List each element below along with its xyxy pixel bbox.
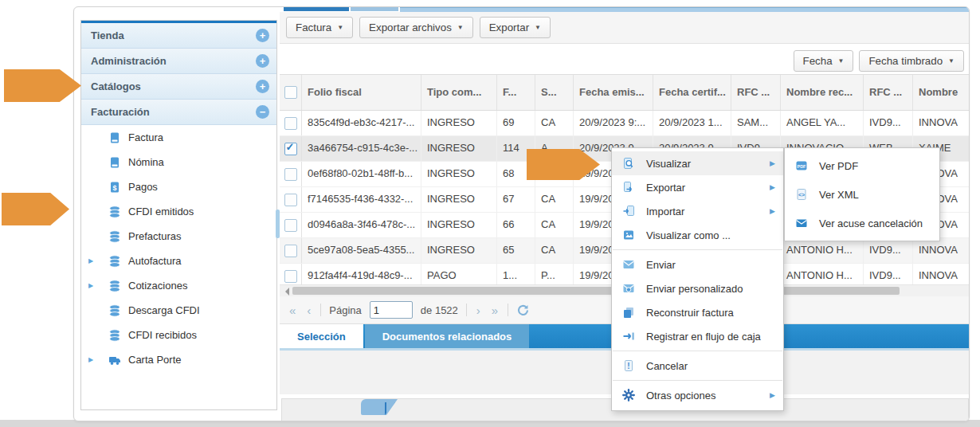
sidebar-item-cotizaciones[interactable]: ▶Cotizaciones <box>81 273 276 298</box>
menu-item-label: Exportar <box>646 182 685 194</box>
table-cell: 835c4f9d-eb3c-4217-... <box>302 111 421 135</box>
scroll-left-icon[interactable] <box>281 288 289 296</box>
sidebar-section-catálogos[interactable]: Catálogos+ <box>81 74 276 100</box>
sidebar-item-cfdi-recibidos[interactable]: CFDI recibidos <box>81 323 276 347</box>
menu-item-visualizar-como[interactable]: Visualizar como ... <box>612 223 783 247</box>
pdf-icon: PDF <box>795 159 808 172</box>
row-checkbox[interactable] <box>284 143 297 155</box>
menu-item-reconstruir-factura[interactable]: Reconstruir factura <box>612 300 783 324</box>
menu-item-label: Ver acuse cancelación <box>819 217 923 229</box>
table-cell: 69 <box>497 111 535 135</box>
row-checkbox[interactable] <box>284 219 297 232</box>
pagination-separator <box>466 304 467 316</box>
sidebar-item-nómina[interactable]: Nómina <box>81 150 276 174</box>
scrollbar-thumb[interactable] <box>292 287 900 295</box>
row-checkbox[interactable] <box>284 270 297 283</box>
sidebar-item-cfdi-emitidos[interactable]: CFDI emitidos <box>81 199 276 224</box>
sidebar-section-label: Tienda <box>91 29 124 41</box>
sidebar-item-label: Pagos <box>128 181 158 193</box>
page-number-input[interactable] <box>370 301 413 319</box>
sidebar-item-descarga-cfdi[interactable]: Descarga CFDI <box>81 298 276 323</box>
chevron-right-icon[interactable]: ▶ <box>88 282 93 289</box>
chevron-right-icon[interactable]: ▶ <box>88 257 93 264</box>
fecha-dropdown-button[interactable]: Fecha▼ <box>794 50 854 72</box>
sidebar-item-carta-porte[interactable]: ▶Carta Porte <box>81 347 276 372</box>
table-cell: INGRESO <box>421 162 497 186</box>
collapse-icon[interactable]: − <box>256 105 269 119</box>
column-header-nombre[interactable]: Nombre <box>913 75 970 110</box>
sidebar-item-prefacturas[interactable]: Prefacturas <box>81 224 276 249</box>
pagination-prev-icon[interactable]: ‹ <box>305 304 312 317</box>
table-cell: CA <box>535 187 574 212</box>
pagination-separator <box>320 304 321 316</box>
tab-documentos-relacionados[interactable]: Documentos relacionados <box>365 324 530 348</box>
sidebar-section-tienda[interactable]: Tienda+ <box>81 23 276 49</box>
database-icon <box>108 255 121 268</box>
sidebar-items: FacturaNómina$PagosCFDI emitidosPrefactu… <box>81 125 276 372</box>
column-header-tipo-com[interactable]: Tipo com... <box>421 75 497 110</box>
database-icon <box>108 230 121 243</box>
sidebar-section-administración[interactable]: Administración+ <box>81 49 276 74</box>
table-cell: d0946a8a-3f46-478c-... <box>302 213 421 237</box>
table-cell: SAM... <box>731 111 781 135</box>
menu-item-registrar-en-flujo-de-caja[interactable]: Registrar en flujo de caja <box>612 324 783 348</box>
chevron-down-icon: ▼ <box>948 57 955 65</box>
menu-item-enviar-personalizado[interactable]: Enviar personalizado <box>612 276 783 300</box>
menu-item-otras-opciones[interactable]: Otras opciones▶ <box>612 383 783 407</box>
button-label: Exportar <box>489 22 529 33</box>
submenu-item-ver-acuse-cancelación[interactable]: Ver acuse cancelación <box>785 209 939 237</box>
chevron-right-icon[interactable]: ▶ <box>88 356 93 363</box>
top-tab-strip-2[interactable] <box>351 7 398 11</box>
row-checkbox[interactable] <box>284 245 297 257</box>
expand-icon[interactable]: + <box>256 54 269 68</box>
sidebar-item-factura[interactable]: Factura <box>81 125 276 150</box>
menu-item-enviar[interactable]: Enviar <box>612 253 783 276</box>
chevron-right-icon: ▶ <box>770 183 775 191</box>
refresh-icon[interactable] <box>516 304 530 317</box>
header-checkbox-cell <box>280 75 302 110</box>
sidebar-item-pagos[interactable]: $Pagos <box>81 174 276 199</box>
column-header-s[interactable]: S... <box>535 75 574 110</box>
menu-item-cancelar[interactable]: !Cancelar <box>612 354 783 378</box>
table-row[interactable]: 835c4f9d-eb3c-4217-...INGRESO69CA20/9/20… <box>280 111 969 136</box>
column-header-rfc[interactable]: RFC ... <box>864 75 913 110</box>
envelope-icon <box>622 258 635 271</box>
expand-icon[interactable]: + <box>256 80 269 93</box>
sidebar-item-label: Carta Porte <box>128 354 181 366</box>
column-header-folio-fiscal[interactable]: Folio fiscal <box>302 75 421 110</box>
menu-item-label: Visualizar <box>646 158 691 170</box>
factura-dropdown-button[interactable]: Factura▼ <box>286 17 353 38</box>
menu-item-visualizar[interactable]: Visualizar▶ <box>612 151 783 175</box>
exportar-archivos-dropdown-button[interactable]: Exportar archivos▼ <box>359 17 473 38</box>
expand-icon[interactable]: + <box>256 29 269 42</box>
sidebar-item-autofactura[interactable]: ▶Autofactura <box>81 249 276 273</box>
pagination-page-label: Página <box>329 304 361 316</box>
column-header-nombre-rec[interactable]: Nombre rec... <box>781 75 864 110</box>
fecha-timbrado-dropdown-button[interactable]: Fecha timbrado▼ <box>859 50 964 72</box>
chevron-right-icon: ▶ <box>770 159 775 167</box>
column-header-fecha-emis[interactable]: Fecha emis... <box>574 75 653 110</box>
table-cell: INGRESO <box>421 187 497 212</box>
pagination-first-icon[interactable]: « <box>288 304 297 317</box>
top-tab-strip-active[interactable] <box>284 7 349 11</box>
row-checkbox[interactable] <box>284 194 297 206</box>
menu-separator <box>613 249 782 250</box>
table-cell: f7146535-f436-4332-... <box>302 187 421 212</box>
sidebar-section-facturación[interactable]: Facturación− <box>81 100 276 125</box>
row-checkbox[interactable] <box>284 168 297 181</box>
exportar-dropdown-button[interactable]: Exportar▼ <box>480 17 551 38</box>
select-all-checkbox[interactable] <box>284 86 297 99</box>
filter-buttons: Fecha▼Fecha timbrado▼ <box>794 50 965 72</box>
column-header-rfc[interactable]: RFC ... <box>731 75 781 110</box>
gear-icon <box>622 389 635 402</box>
column-header-fecha-certif[interactable]: Fecha certif... <box>653 75 731 110</box>
menu-item-exportar[interactable]: Exportar▶ <box>612 175 783 199</box>
column-header-f[interactable]: F... <box>497 75 535 110</box>
row-checkbox[interactable] <box>284 117 297 130</box>
pagination-next-icon[interactable]: › <box>475 304 482 317</box>
tab-selección[interactable]: Selección <box>280 324 363 348</box>
menu-item-importar[interactable]: Importar▶ <box>612 199 783 223</box>
submenu-item-ver-pdf[interactable]: PDFVer PDF <box>785 151 939 180</box>
pagination-last-icon[interactable]: » <box>490 304 500 317</box>
submenu-item-ver-xml[interactable]: <>Ver XML <box>785 180 939 209</box>
